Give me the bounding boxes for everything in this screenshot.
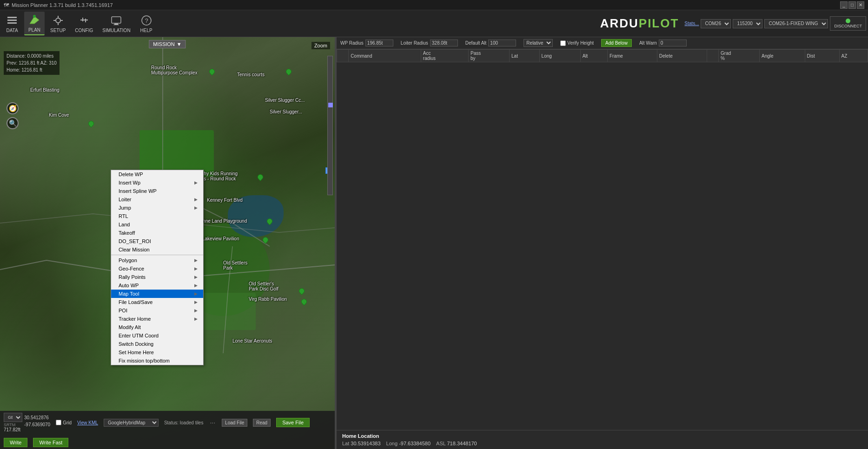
ctx-map-tool[interactable]: Map Tool: [111, 290, 203, 298]
ardupilot-logo: ARDUPILOT: [600, 16, 679, 31]
verify-height-label: Verify Height: [567, 40, 594, 46]
verify-height-checkbox[interactable]: [560, 40, 566, 46]
mission-dropdown-arrow: ▼: [177, 41, 182, 47]
ctx-takeoff[interactable]: Takeoff: [111, 229, 203, 237]
col-pass-by: Passby: [468, 50, 509, 62]
menu-plan[interactable]: PLAN: [24, 12, 45, 35]
alt-warn-label: Alt Warn: [639, 40, 657, 46]
compass-icon[interactable]: 🧭: [7, 102, 19, 114]
svg-rect-10: [113, 25, 119, 25]
svg-rect-7: [85, 19, 86, 22]
menu-config[interactable]: CONFIG: [71, 12, 97, 35]
svg-rect-0: [7, 17, 17, 18]
right-panel: WP Radius Loiter Radius Default Alt Rela…: [337, 37, 868, 449]
zoom-label: Zoom: [311, 42, 330, 49]
status-value: loaded tiles: [180, 420, 204, 425]
alt-warn-input[interactable]: [659, 40, 687, 46]
simulation-icon: [110, 14, 123, 27]
ctx-land[interactable]: Land: [111, 220, 203, 229]
lon-row: SRTM -97.6369070: [4, 422, 50, 427]
minimize-button[interactable]: _: [840, 1, 848, 9]
home-lon-label: Long: [386, 441, 398, 446]
alt-type-select[interactable]: Relative Absolute: [523, 39, 553, 47]
save-file-button[interactable]: Save File: [276, 418, 310, 427]
svg-rect-5: [80, 20, 88, 20]
close-button[interactable]: ✕: [857, 1, 864, 9]
ctx-insert-wp[interactable]: Insert Wp: [111, 178, 203, 187]
com-port-select[interactable]: COM26: [701, 19, 731, 28]
ctx-file-load-save[interactable]: File Load/Save: [111, 298, 203, 306]
alt-warn-field: Alt Warn: [639, 40, 687, 46]
status-area: Status: loaded tiles: [164, 420, 204, 425]
config-icon: [78, 14, 91, 27]
ctx-delete-wp[interactable]: Delete WP: [111, 170, 203, 178]
default-alt-field: Default Alt: [465, 40, 517, 46]
map-info: Distance: 0.0000 miles Prev: 1216.81 ft …: [4, 51, 60, 75]
ctx-poi[interactable]: POI: [111, 306, 203, 315]
col-empty: [707, 50, 718, 62]
lat-display: 30.5412876: [24, 415, 49, 420]
svg-point-3: [33, 15, 36, 18]
ctx-auto-wp[interactable]: Auto WP: [111, 281, 203, 290]
ctx-enter-utm-coord[interactable]: Enter UTM Coord: [111, 331, 203, 340]
ctx-jump[interactable]: Jump: [111, 204, 203, 212]
home-asl-value: 718.3448170: [447, 441, 477, 446]
home-lat: Lat 30.53914383: [342, 441, 381, 446]
loiter-radius-input[interactable]: [430, 40, 458, 46]
write-button[interactable]: Write: [4, 438, 27, 447]
app-title: Mission Planner 1.3.71 build 1.3.7451.16…: [12, 2, 113, 8]
mission-dropdown[interactable]: MISSION ▼: [149, 40, 186, 48]
grid-checkbox-container: Grid: [56, 420, 72, 425]
ctx-polygon[interactable]: Polygon: [111, 256, 203, 264]
three-dots-button[interactable]: ···: [209, 418, 216, 427]
menu-help[interactable]: ? HELP: [136, 12, 157, 35]
grid-label: Grid: [63, 420, 72, 425]
geo-row: GEO 30.5412876: [4, 413, 50, 422]
vehicle-type-select[interactable]: COM26-1-FIXED WING: [764, 19, 828, 28]
grid-checkbox[interactable]: [56, 420, 61, 425]
geo-type-select[interactable]: GEO: [4, 413, 22, 422]
wp-radius-input[interactable]: [365, 40, 393, 46]
ctx-geo-fence[interactable]: Geo-Fence: [111, 264, 203, 273]
read-button[interactable]: Read: [253, 419, 271, 427]
ctx-rally-points[interactable]: Rally Points: [111, 273, 203, 281]
ctx-tracker-home[interactable]: Tracker Home: [111, 315, 203, 323]
stats-link[interactable]: Stats...: [684, 21, 699, 26]
menu-data[interactable]: DATA: [2, 12, 22, 35]
ctx-loiter[interactable]: Loiter: [111, 195, 203, 204]
home-asl: ASL 718.3448170: [436, 441, 477, 446]
ctx-do-set-roi[interactable]: DO_SET_ROI: [111, 237, 203, 245]
zoom-slider[interactable]: [327, 56, 333, 195]
map-type-select[interactable]: GoogleHybridMap GoogleSatelliteMap Googl…: [104, 419, 159, 427]
ctx-switch-docking[interactable]: Switch Docking: [111, 340, 203, 348]
col-alt: Alt: [580, 50, 607, 62]
ctx-rtl[interactable]: RTL: [111, 212, 203, 220]
titlebar: 🗺 Mission Planner 1.3.71 build 1.3.7451.…: [0, 0, 868, 10]
zoom-in-icon[interactable]: 🔍: [7, 117, 19, 129]
col-az: AZ: [839, 50, 868, 62]
maximize-button[interactable]: □: [848, 1, 856, 9]
default-alt-input[interactable]: [488, 40, 516, 46]
map-area[interactable]: Round RockMultipurpose Complex Tennis co…: [0, 37, 335, 449]
prev-line: Prev: 1216.81 ft AZ: 310: [7, 59, 57, 66]
ctx-set-home-here[interactable]: Set Home Here: [111, 348, 203, 357]
verify-height-check: Verify Height: [560, 40, 594, 46]
col-lat: Lat: [510, 50, 540, 62]
baud-rate-select[interactable]: 115200: [733, 19, 762, 28]
menu-setup[interactable]: SETUP: [46, 12, 69, 35]
zoom-handle[interactable]: [328, 103, 333, 107]
view-kml-link[interactable]: View KML: [77, 420, 98, 425]
menu-simulation[interactable]: SIMULATION: [99, 12, 134, 35]
ctx-modify-alt[interactable]: Modify Alt: [111, 323, 203, 331]
loiter-radius-label: Loiter Radius: [401, 40, 428, 46]
ctx-insert-spline-wp[interactable]: Insert Spline WP: [111, 187, 203, 195]
ctx-clear-mission[interactable]: Clear Mission: [111, 245, 203, 254]
load-file-button[interactable]: Load File: [222, 419, 247, 427]
write-fast-button[interactable]: Write Fast: [33, 438, 68, 447]
disconnect-button[interactable]: DISCONNECT: [830, 16, 866, 31]
loiter-radius-field: Loiter Radius: [401, 40, 458, 46]
ctx-fix-mission[interactable]: Fix mission top/bottom: [111, 357, 203, 365]
add-below-button[interactable]: Add Below: [601, 39, 632, 47]
map-background: Round RockMultipurpose Complex Tennis co…: [0, 37, 335, 449]
srtm-row: 717.82ft: [4, 427, 50, 432]
